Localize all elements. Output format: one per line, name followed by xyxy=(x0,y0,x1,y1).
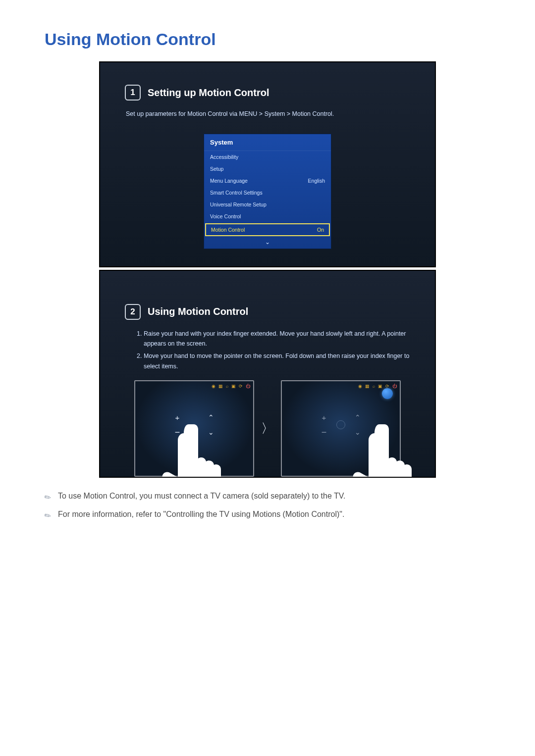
tv-top-icons: ◉ ▦ ⌕ ▣ ⟳ ⏻ xyxy=(358,384,397,389)
note-row: ✎ For more information, refer to "Contro… xyxy=(45,510,490,520)
volume-down-icon: − xyxy=(175,427,180,438)
notes-section: ✎ To use Motion Control, you must connec… xyxy=(45,492,490,520)
menu-title: System xyxy=(204,134,331,151)
demo-row: ◉ ▦ ⌕ ▣ ⟳ ⏻ + − ⌃ ⌄ 〉 xyxy=(125,380,410,477)
menu-item-value: English xyxy=(308,178,325,184)
volume-up-icon: + xyxy=(175,413,180,422)
menu-item-label: Smart Control Settings xyxy=(210,190,263,196)
menu-item-universal-remote[interactable]: Universal Remote Setup xyxy=(204,199,331,210)
step-desc-1: Set up parameters for Motion Control via… xyxy=(126,109,410,119)
tv-icon: ▦ xyxy=(365,384,370,389)
menu-item-label: Accessibility xyxy=(210,154,238,160)
step-title-2: Using Motion Control xyxy=(148,306,248,317)
step-list-item: Raise your hand with your index finger e… xyxy=(144,329,410,349)
panel-using: 2 Using Motion Control Raise your hand w… xyxy=(99,270,436,478)
menu-item-label: Universal Remote Setup xyxy=(210,202,267,207)
panel-setting-up: 1 Setting up Motion Control Set up param… xyxy=(99,61,436,267)
tv-icon: ▦ xyxy=(218,384,223,389)
volume-down-icon: − xyxy=(321,427,327,438)
step-title-1: Setting up Motion Control xyxy=(148,87,269,99)
menu-item-label: Setup xyxy=(210,166,223,172)
menu-item-label: Voice Control xyxy=(210,213,241,219)
tv-icon: ◉ xyxy=(358,384,362,389)
menu-item-value: On xyxy=(317,227,324,233)
tv-controls: + − ⌃ ⌄ xyxy=(171,411,217,439)
power-icon: ⏻ xyxy=(392,384,397,389)
chevron-down-icon[interactable]: ⌄ xyxy=(204,237,331,249)
menu-item-label: Menu Language xyxy=(210,178,248,184)
menu-item-label: Motion Control xyxy=(211,227,245,233)
menu-item-voice-control[interactable]: Voice Control xyxy=(204,210,331,222)
note-row: ✎ To use Motion Control, you must connec… xyxy=(45,492,490,502)
tv-screen-left: ◉ ▦ ⌕ ▣ ⟳ ⏻ + − ⌃ ⌄ xyxy=(134,380,254,477)
tv-icon: ▣ xyxy=(378,384,382,389)
note-text: To use Motion Control, you must connect … xyxy=(58,492,345,501)
pointer-icon xyxy=(382,388,393,399)
tv-top-icons: ◉ ▦ ⌕ ▣ ⟳ ⏻ xyxy=(212,384,250,389)
note-text: For more information, refer to "Controll… xyxy=(58,510,344,519)
menu-item-accessibility[interactable]: Accessibility xyxy=(204,151,331,163)
chevron-up-icon: ⌃ xyxy=(208,413,214,421)
pencil-icon: ✎ xyxy=(43,510,54,521)
tv-icon: ⌕ xyxy=(373,384,375,389)
pointer-ghost-icon xyxy=(336,420,345,429)
arrow-right-icon: 〉 xyxy=(261,420,274,437)
tv-controls: + − ⌃ ⌄ xyxy=(318,411,364,439)
tv-icon: ▣ xyxy=(231,384,236,389)
chevron-down-icon: ⌄ xyxy=(208,428,214,436)
menu-item-motion-control[interactable]: Motion Control On xyxy=(205,223,330,236)
volume-up-icon: + xyxy=(322,413,326,422)
system-menu: System Accessibility Setup Menu Language… xyxy=(204,134,331,249)
tv-icon: ⌕ xyxy=(226,384,228,389)
tv-screen-right: ◉ ▦ ⌕ ▣ ⟳ ⏻ + − ⌃ ⌄ xyxy=(281,380,401,477)
step-header-2: 2 Using Motion Control xyxy=(125,304,410,320)
step-list: Raise your hand with your index finger e… xyxy=(135,329,410,372)
menu-item-smart-control[interactable]: Smart Control Settings xyxy=(204,187,331,199)
step-badge-1: 1 xyxy=(125,85,141,101)
step-badge-2: 2 xyxy=(125,304,141,320)
chevron-down-icon: ⌄ xyxy=(355,428,361,436)
tv-icon: ◉ xyxy=(212,384,215,389)
tv-icon: ⟳ xyxy=(239,384,243,389)
step-list-item: Move your hand to move the pointer on th… xyxy=(144,351,410,371)
page-title: Using Motion Control xyxy=(45,30,490,49)
chevron-up-icon: ⌃ xyxy=(355,413,361,421)
menu-item-language[interactable]: Menu Language English xyxy=(204,175,331,187)
step-header-1: 1 Setting up Motion Control xyxy=(125,85,410,101)
menu-item-setup[interactable]: Setup xyxy=(204,163,331,175)
pencil-icon: ✎ xyxy=(43,492,54,503)
power-icon: ⏻ xyxy=(246,384,250,389)
